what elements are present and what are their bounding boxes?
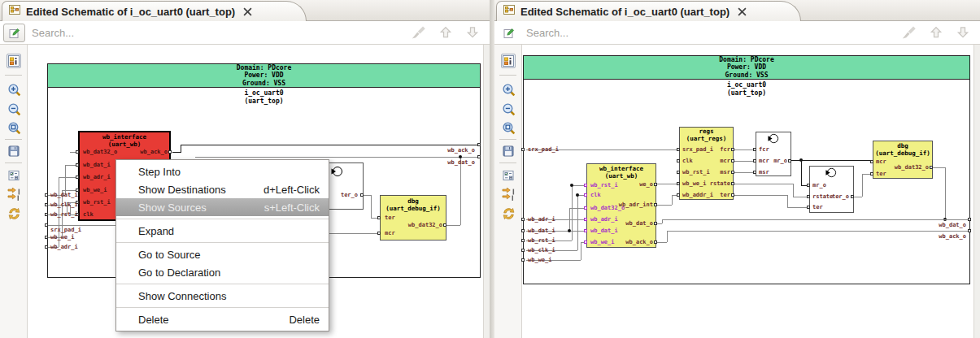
port-label: clk xyxy=(682,158,693,164)
tab-schematic-icon xyxy=(503,3,516,20)
port-label: rstate xyxy=(706,180,730,187)
tab-schematic-icon xyxy=(8,3,21,20)
search-input[interactable]: Search... xyxy=(32,27,74,39)
reload-icon[interactable] xyxy=(7,206,21,220)
port-label: ter xyxy=(876,171,886,177)
ground-label: Ground: VSS xyxy=(242,80,285,88)
close-icon[interactable] xyxy=(738,7,747,16)
block-title: wb_interface (uart_wb) xyxy=(586,165,656,180)
options-icon[interactable] xyxy=(501,168,516,183)
left-toolbar xyxy=(0,45,28,338)
clock-symbol xyxy=(825,167,837,179)
edge-port: wb_dat_o xyxy=(917,222,966,228)
instance-label: i_oc_uart0 (uart_top) xyxy=(47,89,481,105)
zoom-fit-icon[interactable] xyxy=(7,120,21,135)
port-label: mcr xyxy=(706,158,730,164)
port-label: clk xyxy=(83,211,94,218)
clock-symbol xyxy=(330,165,343,178)
edge-port: srx_pad_i xyxy=(50,227,81,233)
trace-signals-icon[interactable] xyxy=(7,187,21,202)
properties-icon[interactable] xyxy=(501,54,516,68)
edge-port: wb_ack_o xyxy=(917,233,966,240)
prev-icon[interactable] xyxy=(438,24,454,44)
port-label: ter xyxy=(385,214,395,221)
trace-signals-icon[interactable] xyxy=(501,187,516,202)
right-tab[interactable]: Edited Schematic of i_oc_uart0 (uart_top… xyxy=(496,1,801,21)
edit-search-icon[interactable] xyxy=(3,24,25,42)
port-label: wb_dat_o xyxy=(604,220,653,227)
zoom-out-icon[interactable] xyxy=(501,102,516,116)
power-label: Power: VDD xyxy=(244,72,283,80)
ground-label: Ground: VSS xyxy=(725,72,769,80)
edge-port: wb_we_i xyxy=(528,257,552,263)
power-label: Power: VDD xyxy=(727,63,766,72)
port-label: wb_dat_i xyxy=(83,162,111,168)
port-label: wb_dat_i xyxy=(590,228,618,234)
right-tab-strip: Edited Schematic of i_oc_uart0 (uart_top… xyxy=(494,0,980,21)
edge-port: srx_pad_i xyxy=(528,146,559,153)
port-label: wb_ack_o xyxy=(119,149,168,155)
domain-band: Domain: PDcore Power: VDD Ground: VSS xyxy=(48,64,480,88)
block-title: dbg (uart_debug_if) xyxy=(380,197,446,212)
domain-band: Domain: PDcore Power: VDD Ground: VSS xyxy=(524,56,969,80)
block-title: dbg (uart_debug_if) xyxy=(873,142,933,157)
clear-icon[interactable] xyxy=(901,24,917,44)
menu-separator xyxy=(116,307,329,308)
edit-search-icon[interactable] xyxy=(498,24,520,42)
right-scrollbar[interactable] xyxy=(973,45,980,338)
left-search-bar: Search... xyxy=(0,21,490,45)
domain-label: Domain: PDcore xyxy=(237,64,291,72)
menu-item-expand[interactable]: Expand xyxy=(116,222,329,240)
port-label: msr xyxy=(759,169,769,176)
left-scrollbar[interactable] xyxy=(483,45,490,338)
edge-port: wb_clk_i xyxy=(50,202,78,208)
properties-icon[interactable] xyxy=(7,54,21,68)
menu-separator xyxy=(116,242,329,243)
menu-item-go-to-declaration[interactable]: Go to Declaration xyxy=(116,263,329,281)
menu-separator xyxy=(116,284,329,284)
port-label: wb_we_i xyxy=(83,187,107,193)
zoom-out-icon[interactable] xyxy=(7,102,21,116)
options-icon[interactable] xyxy=(7,168,21,183)
right-toolbar xyxy=(494,45,522,338)
zoom-in-icon[interactable] xyxy=(501,82,516,97)
port-label: clk xyxy=(590,192,601,198)
menu-item-show-connections[interactable]: Show Connections xyxy=(116,287,329,305)
edge-port: wb_we_i xyxy=(50,234,75,240)
menu-item-show-sources[interactable]: Show Sourcess+Left-Click xyxy=(116,198,329,216)
edge-port: wb_dat_o xyxy=(426,159,475,166)
zoom-fit-icon[interactable] xyxy=(501,120,516,135)
save-icon[interactable] xyxy=(501,144,516,158)
pane-splitter[interactable] xyxy=(490,0,494,338)
prev-icon[interactable] xyxy=(928,24,944,44)
left-tab[interactable]: Edited Schematic of i_oc_uart0 (uart_top… xyxy=(2,1,307,21)
next-icon[interactable] xyxy=(464,24,481,44)
port-label: wb_dat32_o xyxy=(394,222,442,228)
port-label: ter_o xyxy=(825,193,849,200)
port-label: wb_ack_o xyxy=(604,239,653,245)
port-label: fcr xyxy=(759,146,769,153)
port-label: ter xyxy=(706,192,730,198)
save-icon[interactable] xyxy=(7,144,21,158)
edge-port: wb_clk_i xyxy=(528,247,555,254)
edge-port: wb_adr_i xyxy=(528,216,555,223)
tab-title: Edited Schematic of i_oc_uart0 (uart_top… xyxy=(26,6,235,18)
port-label: msr xyxy=(706,169,730,176)
close-icon[interactable] xyxy=(243,7,252,16)
port-label: wb_adr_i xyxy=(83,174,111,180)
next-icon[interactable] xyxy=(955,24,971,44)
port-label: mr_o xyxy=(763,158,787,164)
menu-item-show-destinations[interactable]: Show Destinationsd+Left-Click xyxy=(116,180,329,198)
zoom-in-icon[interactable] xyxy=(7,82,21,97)
menu-item-go-to-source[interactable]: Go to Source xyxy=(116,245,329,263)
schematic-viewer-window: Edited Schematic of i_oc_uart0 (uart_top… xyxy=(0,0,980,338)
edge-port: wb_adr_i xyxy=(50,244,78,250)
port-label: wb_we_i xyxy=(682,180,707,187)
clear-icon[interactable] xyxy=(411,24,427,44)
menu-item-step-into[interactable]: Step Into xyxy=(116,162,329,180)
port-label: wb_adr_int xyxy=(604,202,653,208)
search-input[interactable]: Search... xyxy=(526,27,568,39)
reload-icon[interactable] xyxy=(501,206,516,220)
menu-item-delete[interactable]: DeleteDelete xyxy=(116,310,329,328)
right-search-bar: Search... xyxy=(494,21,980,45)
